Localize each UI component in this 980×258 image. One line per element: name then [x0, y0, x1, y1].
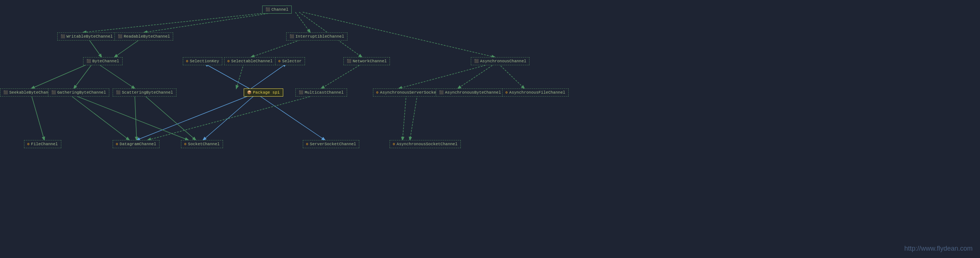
selectablechannel-label: SelectableChannel	[231, 59, 272, 63]
svg-line-17	[137, 95, 250, 140]
selector-icon: ⚙	[278, 59, 281, 63]
node-bytechannel: ⬛ ByteChannel	[83, 57, 123, 65]
svg-line-7	[251, 39, 303, 57]
seekablebytechannel-icon: ⬛	[3, 90, 8, 95]
svg-line-11	[236, 64, 244, 89]
readablebytechannel-icon: ⬛	[118, 34, 122, 39]
asyncfilechannel-icon: ⚙	[506, 90, 508, 95]
svg-line-19	[251, 64, 286, 89]
svg-line-6	[115, 39, 140, 57]
svg-line-13	[458, 64, 495, 89]
node-asyncfilechannel: ⚙ AsynchronousFileChannel	[502, 89, 569, 97]
svg-line-26	[148, 95, 316, 140]
interruptiblechannel-label: InterruptibleChannel	[295, 34, 344, 39]
svg-line-15	[399, 64, 491, 89]
svg-line-5	[89, 39, 102, 57]
node-selector: ⚙ Selector	[275, 57, 305, 65]
selectablechannel-icon: ⚙	[228, 59, 230, 63]
svg-line-12	[321, 64, 362, 89]
svg-line-20	[205, 64, 249, 89]
scatteringbytechannel-icon: ⬛	[116, 90, 120, 95]
svg-line-24	[70, 95, 129, 140]
svg-line-14	[498, 64, 524, 89]
svg-line-10	[32, 64, 89, 89]
asyncsocketchannel-icon: ⚙	[393, 142, 395, 146]
node-serversocketchannel: ⚙ ServerSocketChannel	[303, 140, 359, 148]
asyncfilechannel-label: AsynchronousFileChannel	[509, 90, 565, 95]
node-writablebytechannel: ⬛ WritableByteChannel	[57, 32, 116, 41]
svg-line-21	[135, 95, 137, 140]
node-selectionkey: ⚙ SelectionKey	[183, 57, 222, 65]
selectionkey-icon: ⚙	[186, 59, 188, 63]
packagespi-label: Package spi	[253, 90, 280, 95]
svg-line-28	[402, 95, 406, 140]
asyncserversocketchannel-icon: ⚙	[376, 90, 379, 95]
channel-label: Channel	[271, 7, 288, 12]
writablebytechannel-label: WritableByteChannel	[67, 34, 113, 39]
svg-line-27	[410, 95, 417, 140]
svg-line-1	[144, 12, 277, 32]
asyncbytechannel-icon: ⬛	[439, 90, 444, 95]
bytechannel-label: ByteChannel	[92, 59, 119, 63]
svg-line-25	[74, 95, 188, 140]
node-selectablechannel: ⚙ SelectableChannel	[224, 57, 276, 65]
node-scatteringbytechannel: ⬛ ScatteringByteChannel	[113, 89, 177, 97]
multicastchannel-label: MulticastChannel	[305, 90, 344, 95]
node-channel: ⬛ Channel	[262, 6, 292, 14]
datagramchannel-label: DatagramChannel	[119, 142, 156, 146]
node-networkchannel: ⬛ NetworkChannel	[344, 57, 390, 65]
bytechannel-icon: ⬛	[86, 59, 91, 63]
filechannel-label: FileChannel	[31, 142, 58, 146]
node-filechannel: ⚙ FileChannel	[24, 140, 61, 148]
filechannel-icon: ⚙	[27, 142, 30, 146]
socketchannel-icon: ⚙	[184, 142, 186, 146]
node-datagramchannel: ⚙ DatagramChannel	[113, 140, 159, 148]
multicastchannel-icon: ⬛	[299, 90, 303, 95]
selectionkey-label: SelectionKey	[190, 59, 219, 63]
writablebytechannel-icon: ⬛	[60, 34, 65, 39]
node-interruptiblechannel: ⬛ InterruptibleChannel	[286, 32, 347, 41]
socketchannel-label: SocketChannel	[188, 142, 220, 146]
node-asyncbytechannel: ⬛ AsynchronousByteChannel	[436, 89, 504, 97]
svg-line-2	[295, 12, 310, 32]
selector-label: Selector	[282, 59, 302, 63]
serversocketchannel-icon: ⚙	[306, 142, 308, 146]
asyncbytechannel-label: AsynchronousByteChannel	[445, 90, 501, 95]
node-asynchronouschannel: ⬛ AsynchronousChannel	[471, 57, 530, 65]
serversocketchannel-label: ServerSocketChannel	[310, 142, 356, 146]
svg-line-0	[83, 12, 273, 32]
channel-icon: ⬛	[266, 7, 270, 12]
node-socketchannel: ⚙ SocketChannel	[181, 140, 223, 148]
diagram-container: ⬛ Channel ⬛ WritableByteChannel ⬛ Readab…	[0, 0, 980, 258]
svg-line-9	[74, 64, 92, 89]
svg-line-18	[258, 95, 325, 140]
networkchannel-label: NetworkChannel	[353, 59, 387, 63]
readablebytechannel-label: ReadableByteChannel	[124, 34, 170, 39]
asyncsocketchannel-label: AsynchronousSocketChannel	[396, 142, 458, 146]
asynchronouschannel-icon: ⬛	[474, 59, 479, 63]
svg-line-22	[144, 95, 196, 140]
scatteringbytechannel-label: ScatteringByteChannel	[122, 90, 173, 95]
svg-line-16	[203, 95, 255, 140]
svg-line-23	[32, 95, 44, 140]
node-readablebytechannel: ⬛ ReadableByteChannel	[115, 32, 173, 41]
node-asyncsocketchannel: ⚙ AsynchronousSocketChannel	[390, 140, 461, 148]
watermark: http://www.flydean.com	[904, 245, 973, 252]
node-packagespi: 📦 Package spi	[244, 89, 283, 97]
asynchronouschannel-label: AsynchronousChannel	[480, 59, 526, 63]
node-gatheringbytechannel: ⬛ GatheringByteChannel	[48, 89, 109, 97]
datagramchannel-icon: ⚙	[116, 142, 118, 146]
gatheringbytechannel-icon: ⬛	[51, 90, 56, 95]
gatheringbytechannel-label: GatheringByteChannel	[57, 90, 106, 95]
node-multicastchannel: ⬛ MulticastChannel	[295, 89, 347, 97]
interruptiblechannel-icon: ⬛	[290, 34, 294, 39]
networkchannel-icon: ⬛	[347, 59, 351, 63]
svg-line-8	[98, 64, 135, 89]
packagespi-icon: 📦	[247, 90, 251, 95]
